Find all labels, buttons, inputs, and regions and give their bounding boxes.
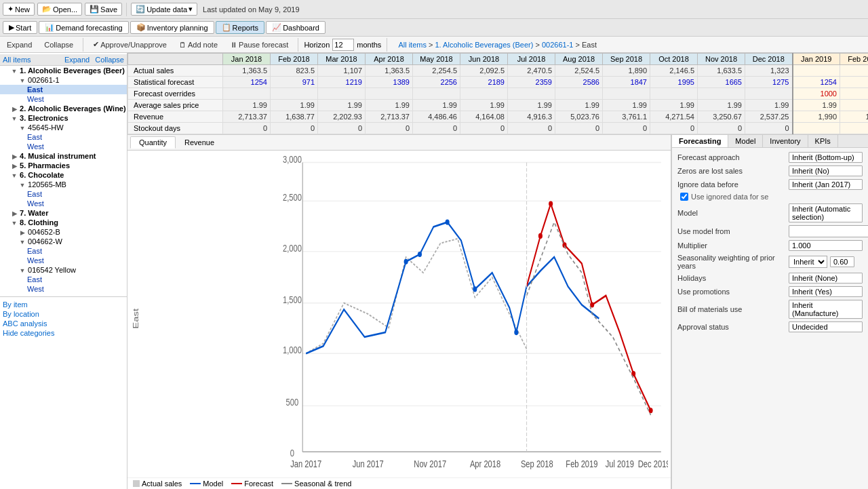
expand-button[interactable]: Expand: [3, 40, 36, 50]
update-data-button[interactable]: 🔄 Update data ▾: [131, 3, 197, 16]
grid-cell-0-13[interactable]: [840, 65, 869, 77]
model-tab[interactable]: Model: [728, 135, 763, 147]
grid-cell-2-11[interactable]: [745, 88, 793, 100]
revenue-tab[interactable]: Revenue: [176, 136, 223, 149]
grid-cell-3-8[interactable]: 1.99: [603, 100, 650, 111]
grid-cell-1-2[interactable]: 1219: [318, 77, 366, 88]
grid-cell-1-11[interactable]: 1275: [745, 77, 793, 88]
grid-cell-1-1[interactable]: 971: [271, 77, 318, 88]
grid-cell-0-1[interactable]: 823.5: [271, 65, 318, 77]
grid-cell-5-7[interactable]: 0: [555, 123, 603, 134]
grid-cell-5-4[interactable]: 0: [413, 123, 460, 134]
grid-cell-1-13[interactable]: 971: [840, 77, 869, 88]
grid-cell-3-6[interactable]: 1.99: [508, 100, 555, 111]
grid-cell-1-5[interactable]: 2189: [460, 77, 508, 88]
grid-cell-2-6[interactable]: [508, 88, 555, 100]
grid-cell-5-11[interactable]: 0: [745, 123, 793, 134]
grid-cell-2-2[interactable]: [318, 88, 366, 100]
sidebar-item-east8b[interactable]: East: [0, 275, 127, 284]
horizon-input[interactable]: [332, 39, 354, 51]
grid-cell-2-1[interactable]: [271, 88, 318, 100]
grid-cell-1-4[interactable]: 2256: [413, 77, 460, 88]
grid-cell-3-7[interactable]: 1.99: [555, 100, 603, 111]
grid-cell-5-3[interactable]: 0: [366, 123, 413, 134]
grid-cell-1-7[interactable]: 2586: [555, 77, 603, 88]
grid-cell-3-12[interactable]: 1.99: [793, 100, 840, 111]
grid-cell-3-1[interactable]: 1.99: [271, 100, 318, 111]
collapse-button[interactable]: Collapse: [40, 40, 77, 50]
grid-cell-4-10[interactable]: 3,250.67: [698, 111, 745, 123]
grid-cell-4-12[interactable]: 1,990: [793, 111, 840, 123]
grid-cell-4-8[interactable]: 3,761.1: [603, 111, 650, 123]
use-ignored-checkbox[interactable]: [680, 193, 688, 201]
sidebar-item-cat5[interactable]: ▶ 5. Pharmacies: [0, 161, 127, 170]
demand-forecasting-tab[interactable]: 📊 Demand forecasting: [39, 21, 128, 34]
grid-cell-1-12[interactable]: 1254: [793, 77, 840, 88]
sidebar-item-004652-b[interactable]: ▶ 004652-B: [0, 227, 127, 237]
grid-cell-1-8[interactable]: 1847: [603, 77, 650, 88]
grid-cell-5-13[interactable]: [840, 123, 869, 134]
grid-cell-4-4[interactable]: 4,486.46: [413, 111, 460, 123]
kpis-tab[interactable]: KPIs: [808, 135, 838, 147]
sidebar-item-west3[interactable]: West: [0, 142, 127, 151]
collapse-link[interactable]: Collapse: [95, 56, 124, 64]
sidebar-item-west1[interactable]: West: [0, 94, 127, 104]
open-button[interactable]: 📂 Open...: [37, 3, 82, 16]
grid-cell-2-3[interactable]: [366, 88, 413, 100]
grid-cell-0-2[interactable]: 1,107: [318, 65, 366, 77]
grid-cell-1-3[interactable]: 1389: [366, 77, 413, 88]
quantity-tab[interactable]: Quantity: [130, 136, 176, 149]
sidebar-item-cat3[interactable]: ▼ 3. Electronics: [0, 113, 127, 123]
grid-cell-4-3[interactable]: 2,713.37: [366, 111, 413, 123]
sidebar-item-east3[interactable]: East: [0, 132, 127, 142]
grid-cell-3-2[interactable]: 1.99: [318, 100, 366, 111]
sidebar-item-cat4[interactable]: ▶ 4. Musical instrument: [0, 151, 127, 161]
expand-link[interactable]: Expand: [64, 56, 90, 64]
sidebar-item-002661-1[interactable]: ▼ 002661-1: [0, 75, 127, 85]
all-items-link[interactable]: All items: [3, 56, 31, 64]
sidebar-item-east6[interactable]: East: [0, 189, 127, 199]
grid-cell-5-12[interactable]: [793, 123, 840, 134]
grid-cell-1-9[interactable]: 1995: [650, 77, 698, 88]
grid-cell-3-3[interactable]: 1.99: [366, 100, 413, 111]
dashboard-tab[interactable]: 📈 Dashboard: [266, 21, 326, 34]
save-button[interactable]: 💾 Save: [85, 3, 122, 16]
grid-cell-5-10[interactable]: 0: [698, 123, 745, 134]
start-tab[interactable]: ▶ Start: [3, 21, 37, 34]
grid-cell-0-0[interactable]: 1,363.5: [223, 65, 271, 77]
grid-cell-3-10[interactable]: 1.99: [698, 100, 745, 111]
grid-cell-5-0[interactable]: 0: [223, 123, 271, 134]
abc-analysis-link[interactable]: ABC analysis: [3, 319, 124, 328]
grid-cell-3-0[interactable]: 1.99: [223, 100, 271, 111]
add-note-button[interactable]: 🗒 Add note: [175, 40, 222, 50]
grid-cell-3-4[interactable]: 1.99: [413, 100, 460, 111]
approve-button[interactable]: ✔ Approve/Unapprove: [89, 39, 171, 50]
pause-forecast-button[interactable]: ⏸ Pause forecast: [226, 40, 292, 50]
grid-cell-3-9[interactable]: 1.99: [650, 100, 698, 111]
grid-cell-0-9[interactable]: 2,146.5: [650, 65, 698, 77]
grid-cell-4-5[interactable]: 4,164.08: [460, 111, 508, 123]
hide-categories-link[interactable]: Hide categories: [3, 328, 124, 338]
sidebar-item-east8[interactable]: East: [0, 246, 127, 256]
grid-cell-4-6[interactable]: 4,916.3: [508, 111, 555, 123]
reports-tab[interactable]: 📋 Reports: [216, 21, 265, 34]
sidebar-item-016542-y[interactable]: ▼ 016542 Yellow: [0, 265, 127, 275]
grid-cell-5-6[interactable]: 0: [508, 123, 555, 134]
grid-cell-5-1[interactable]: 0: [271, 123, 318, 134]
sidebar-item-east1[interactable]: East: [0, 85, 127, 94]
by-location-link[interactable]: By location: [3, 309, 124, 319]
grid-cell-4-1[interactable]: 1,638.77: [271, 111, 318, 123]
inventory-tab[interactable]: Inventory: [763, 135, 808, 147]
grid-cell-4-9[interactable]: 4,271.54: [650, 111, 698, 123]
sidebar-item-120565-mb[interactable]: ▼ 120565-MB: [0, 180, 127, 189]
grid-cell-5-9[interactable]: 0: [650, 123, 698, 134]
grid-cell-3-5[interactable]: 1.99: [460, 100, 508, 111]
grid-cell-2-10[interactable]: [698, 88, 745, 100]
use-model-from-input[interactable]: [789, 225, 868, 237]
sidebar-item-cat8[interactable]: ▼ 8. Clothing: [0, 218, 127, 227]
sidebar-item-cat7[interactable]: ▶ 7. Water: [0, 208, 127, 218]
grid-cell-3-11[interactable]: 1.99: [745, 100, 793, 111]
grid-cell-1-6[interactable]: 2359: [508, 77, 555, 88]
grid-cell-4-2[interactable]: 2,202.93: [318, 111, 366, 123]
sidebar-item-cat6[interactable]: ▼ 6. Chocolate: [0, 170, 127, 180]
